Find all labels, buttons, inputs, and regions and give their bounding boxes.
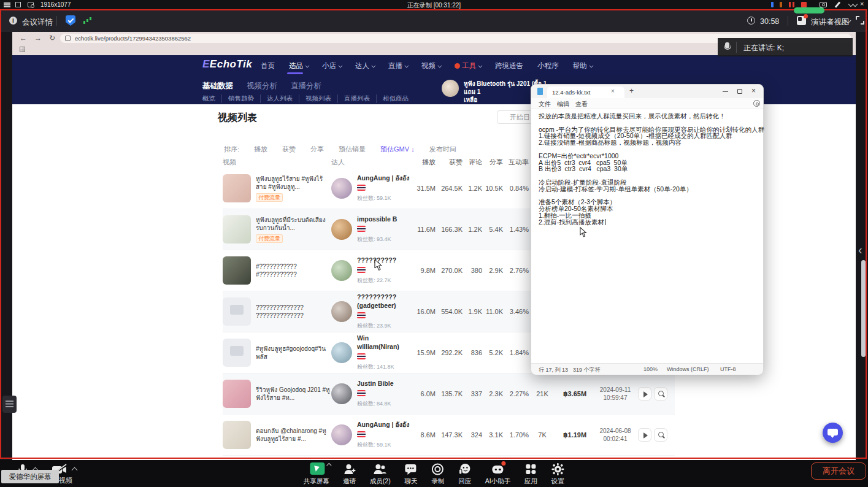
apps-grid-icon[interactable]: [20, 47, 25, 52]
fullscreen-icon[interactable]: [856, 16, 864, 25]
influencer-avatar[interactable]: [331, 301, 352, 322]
menu-edit[interactable]: 编辑: [557, 100, 569, 109]
reload-icon[interactable]: ↻: [49, 34, 55, 42]
screenshot-icon[interactable]: [820, 2, 827, 7]
influencer-avatar[interactable]: [331, 424, 352, 445]
chat-bubble-button[interactable]: [823, 423, 843, 443]
close-tab-icon[interactable]: ×: [611, 88, 615, 94]
invite-button[interactable]: 邀请: [343, 462, 356, 486]
tab-video-list[interactable]: 视频列表: [299, 94, 338, 103]
notepad-text-area[interactable]: 投放的本质是把精准人群流量买回来，展示优质素材，然后转化！ ocpm -平台为了…: [531, 109, 763, 363]
influencer-name[interactable]: AungAung | อังอัง: [357, 174, 409, 182]
close-window-icon[interactable]: ×: [751, 86, 756, 95]
site-permissions-icon[interactable]: [65, 36, 71, 41]
notepad-window[interactable]: 12.4-ads-kk.txt × + × 文件 编辑 查看 投放的本质是把精准…: [531, 84, 764, 374]
minimize-icon[interactable]: [723, 91, 728, 92]
video-thumbnail[interactable]: [223, 215, 251, 244]
influencer-name[interactable]: Justin Bible: [357, 380, 394, 388]
nav-tools[interactable]: 工具: [455, 61, 481, 71]
info-icon[interactable]: [9, 17, 17, 25]
network-signal-icon[interactable]: [83, 21, 85, 24]
encoding[interactable]: UTF-8: [720, 366, 736, 372]
tab-similar-products[interactable]: 相似商品: [377, 94, 415, 103]
tab-sales-trend[interactable]: 销售趋势: [222, 94, 261, 103]
influencer-name[interactable]: Win william(Niran): [357, 334, 411, 350]
video-thumbnail[interactable]: [223, 380, 251, 408]
apps-button[interactable]: 应用: [524, 462, 537, 486]
back-icon[interactable]: ←: [20, 34, 27, 42]
sort-est-sales[interactable]: 预估销量: [339, 145, 366, 154]
influencer-avatar[interactable]: [331, 383, 352, 404]
video-title[interactable]: #หูฟังบลูทูธ#goojodoq#วินพลัส: [256, 345, 331, 361]
tab-basic-data[interactable]: 基础数据: [202, 81, 233, 91]
nav-products[interactable]: 选品: [289, 61, 308, 71]
echotik-logo[interactable]: EEchoTik: [202, 58, 252, 71]
video-thumbnail[interactable]: [223, 256, 251, 285]
camera-options-chevron[interactable]: [72, 467, 78, 474]
nav-crossborder[interactable]: 跨境通告: [495, 61, 523, 71]
play-video-button[interactable]: [638, 428, 651, 442]
table-row[interactable]: รีวิวหูฟัง Goojodoq J201 #หูฟังไร้สาย #ห…: [223, 374, 675, 415]
tab-influencer-list[interactable]: 达人列表: [261, 94, 299, 103]
table-row[interactable]: ตอบกลับ @chainarong #หูฟังบลูทูธไร้สาย #…: [223, 415, 675, 456]
influencer-name[interactable]: ??????????: [357, 256, 396, 264]
video-thumbnail[interactable]: [223, 421, 251, 449]
video-thumbnail-placeholder[interactable]: [223, 339, 251, 367]
zoom-level[interactable]: 100%: [643, 366, 658, 372]
influencer-name[interactable]: AungAung | อังอัง: [357, 421, 409, 429]
meeting-details-button[interactable]: 会议详情: [22, 17, 53, 28]
influencer-avatar[interactable]: [331, 219, 352, 240]
nav-help[interactable]: 帮助: [573, 61, 592, 71]
menu-view[interactable]: 查看: [575, 100, 588, 109]
chat-button[interactable]: 聊天: [404, 462, 418, 486]
page-scrollbar[interactable]: [861, 260, 866, 357]
chevron-up-icon[interactable]: [326, 463, 331, 468]
influencer-name[interactable]: impossible B: [357, 215, 397, 223]
play-video-button[interactable]: [638, 387, 651, 401]
video-thumbnail-placeholder[interactable]: [223, 297, 251, 326]
stop-recording-icon[interactable]: [801, 2, 807, 7]
video-title[interactable]: ?????????????? ?????????????? ???????...: [256, 304, 331, 320]
leave-meeting-button[interactable]: 离开会议: [811, 462, 866, 480]
sort-likes[interactable]: 获赞: [282, 145, 296, 154]
speaker-view-button[interactable]: 演讲者视图: [811, 17, 850, 28]
sort-shares[interactable]: 分享: [310, 145, 324, 154]
close-recorder-icon[interactable]: ×: [860, 0, 864, 7]
forward-icon[interactable]: →: [34, 34, 42, 42]
menu-file[interactable]: 文件: [539, 100, 551, 109]
video-title[interactable]: ตอบกลับ @chainarong #หูฟังบลูทูธไร้สาย #…: [256, 427, 331, 443]
settings-gear-icon[interactable]: [753, 100, 760, 107]
video-title[interactable]: หูฟังบลูทูธไร้สาย #หูฟังไร้สาย #หูฟังบลู…: [256, 175, 331, 191]
nav-miniprogram[interactable]: 小程序: [537, 61, 559, 71]
nav-home[interactable]: 首页: [261, 61, 275, 71]
sort-publish-time[interactable]: 发布时间: [429, 145, 456, 154]
influencer-name[interactable]: ?????????? (gadgetbeer): [357, 293, 411, 309]
members-button[interactable]: 成员(2): [370, 462, 391, 486]
share-screen-button[interactable]: 共享屏幕: [304, 462, 329, 486]
influencer-avatar[interactable]: [331, 342, 352, 363]
video-title[interactable]: #??????????? #??????????? #????????????.…: [256, 263, 331, 279]
security-shield-icon[interactable]: [66, 15, 75, 26]
sort-est-gmv[interactable]: 预估GMV ↓: [380, 145, 415, 154]
inspect-video-button[interactable]: [654, 387, 667, 401]
sort-plays[interactable]: 播放: [254, 145, 267, 154]
influencer-avatar[interactable]: [331, 178, 352, 199]
line-ending[interactable]: Windows (CRLF): [667, 366, 709, 372]
reactions-button[interactable]: 回应: [458, 462, 472, 486]
tab-video-analysis[interactable]: 视频分析: [247, 81, 277, 91]
video-title[interactable]: หูฟังบลูทูธที่มีระบบตัดเสียงรบกวนกันน้ำ.…: [256, 216, 331, 232]
nav-videos[interactable]: 视频: [421, 61, 440, 71]
record-button[interactable]: 录制: [431, 462, 445, 486]
tab-live-list[interactable]: 直播列表: [338, 94, 377, 103]
panel-handle[interactable]: [2, 396, 17, 413]
video-title[interactable]: รีวิวหูฟัง Goojodoq J201 #หูฟังไร้สาย #ห…: [256, 386, 331, 402]
inspect-video-button[interactable]: [654, 428, 667, 442]
draw-icon[interactable]: [834, 1, 841, 8]
video-thumbnail[interactable]: [223, 174, 251, 202]
nav-live[interactable]: 直播: [388, 61, 407, 71]
tab-overview[interactable]: 概览: [202, 94, 222, 103]
settings-button[interactable]: 设置: [551, 462, 564, 486]
sidebar-collapse-icon[interactable]: ‹: [858, 243, 862, 257]
nav-influencers[interactable]: 达人: [355, 61, 374, 71]
influencer-avatar[interactable]: [331, 260, 352, 281]
